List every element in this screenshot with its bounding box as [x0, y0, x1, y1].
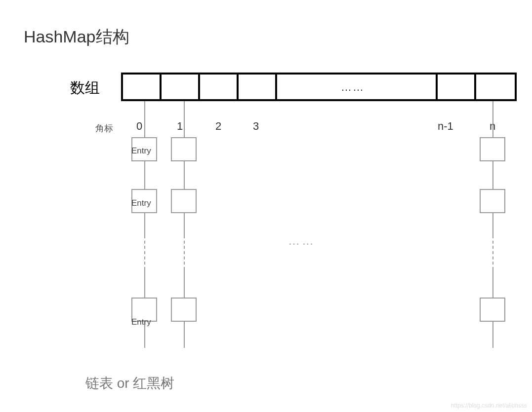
entry-label-1: Entry — [131, 146, 151, 156]
diagram-title: HashMap结构 — [24, 26, 129, 48]
array-cell-1 — [162, 75, 200, 99]
array-cell-0 — [123, 75, 162, 99]
entry-box-cn-r0 — [480, 137, 505, 161]
index-n1: n-1 — [438, 120, 453, 133]
col1-line — [184, 101, 185, 235]
array-cell-3 — [239, 75, 277, 99]
col0-dashed — [144, 235, 145, 270]
array-cell-n — [476, 75, 515, 99]
entry-box-c1-r0 — [171, 137, 197, 161]
bottom-label: 链表 or 红黑树 — [85, 374, 174, 393]
index-2: 2 — [215, 120, 221, 133]
entry-box-cn-r2 — [480, 298, 505, 322]
coln-line — [492, 101, 493, 235]
array-container — [121, 73, 517, 101]
array-cell-n1 — [438, 75, 476, 99]
entry-box-cn-r1 — [480, 189, 505, 213]
coln-dashed — [492, 235, 493, 270]
array-cell-2 — [200, 75, 239, 99]
entry-label-2: Entry — [131, 198, 151, 208]
index-1: 1 — [177, 120, 183, 133]
entry-label-3: Entry — [131, 317, 151, 327]
index-0: 0 — [136, 120, 142, 133]
entry-box-c1-r2 — [171, 298, 197, 322]
index-3: 3 — [253, 120, 259, 133]
index-header-label: 角标 — [95, 122, 113, 134]
entry-box-c1-r1 — [171, 189, 197, 213]
col1-dashed — [184, 235, 185, 270]
array-label: 数组 — [70, 78, 100, 98]
middle-ellipsis: …… — [288, 234, 316, 248]
watermark: https://blog.csdn.net/alionsss — [451, 402, 527, 409]
col0-line — [144, 101, 145, 235]
array-ellipsis: …… — [341, 81, 365, 94]
